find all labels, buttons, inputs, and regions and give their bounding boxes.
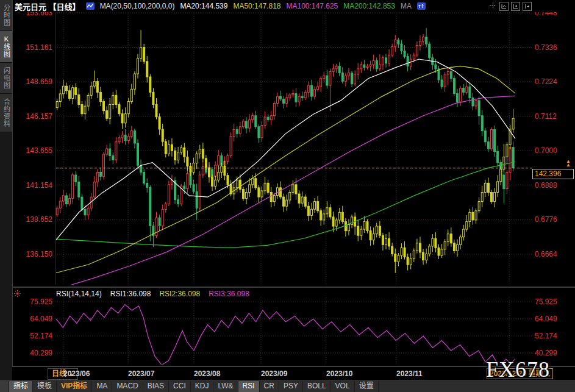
ma100-value: MA100:147.625 bbox=[287, 2, 338, 10]
right-axis-label: 0.6664 bbox=[535, 250, 557, 258]
sidebar-tab-lightning-chart[interactable]: 闪电图 bbox=[0, 63, 12, 94]
panel-divider[interactable] bbox=[12, 287, 575, 288]
pane-shift-icon[interactable] bbox=[523, 2, 532, 11]
rsi-right-label: 40.299 bbox=[535, 349, 557, 357]
sidebar-tab-label: K线图 bbox=[2, 35, 10, 58]
left-axis-label: 146.157 bbox=[15, 112, 52, 121]
sidebar-tab-label: 合约资料 bbox=[2, 98, 10, 127]
trading-app-window: 美元日元 【日线】 MA(20,50,100,200,0,0) MA20:144… bbox=[0, 0, 575, 392]
right-axis-label: 0.6776 bbox=[535, 215, 557, 224]
move-crosshair-icon[interactable] bbox=[489, 2, 497, 10]
rsi-left-label: 52.174 bbox=[15, 332, 52, 340]
right-axis-label: 0.6888 bbox=[535, 181, 557, 190]
left-axis-label: 141.154 bbox=[15, 181, 52, 190]
rsi-right-label: 52.174 bbox=[535, 332, 557, 340]
rsi-right-label: 75.925 bbox=[535, 298, 557, 306]
date-tick: 2023/10 bbox=[326, 369, 352, 378]
rsi-left-label: 40.299 bbox=[15, 349, 52, 357]
toolbar-item-macd[interactable]: MACD bbox=[112, 381, 143, 392]
price-chart-canvas[interactable] bbox=[0, 0, 575, 392]
date-tick: 2023/06 bbox=[63, 369, 90, 378]
fx678-watermark: FX678 bbox=[486, 358, 550, 380]
rsi1-value: RSI1:36.098 bbox=[110, 290, 151, 298]
toolbar-item-indicators[interactable]: 指标 bbox=[9, 381, 33, 392]
rsi-header: RSI(14,14,14) RSI1:36.098 RSI2:36.098 RS… bbox=[56, 290, 249, 298]
toolbar-item-rsi[interactable]: RSI bbox=[238, 381, 260, 392]
left-axis-label: 143.655 bbox=[15, 146, 52, 155]
ma50-value: MA50:147.818 bbox=[233, 2, 280, 10]
toolbar-item-vol[interactable]: VOL bbox=[331, 381, 355, 392]
left-axis-label: 136.150 bbox=[15, 250, 52, 258]
toolbar-item-bias[interactable]: BIAS bbox=[143, 381, 169, 392]
sidebar-tab-contract-info[interactable]: 合约资料 bbox=[0, 94, 12, 132]
ma200-value: MA200:142.853 bbox=[343, 2, 395, 10]
toolbar-item-vip[interactable]: VIP指标 bbox=[57, 381, 92, 392]
toolbar-grip[interactable] bbox=[0, 381, 9, 392]
axis-scale-up-icon[interactable] bbox=[499, 2, 509, 11]
rsi-formula: RSI(14,14,14) bbox=[56, 290, 102, 298]
toolbar-item-cr[interactable]: CR bbox=[260, 381, 279, 392]
right-axis-label: 0.7000 bbox=[535, 146, 557, 155]
toolbar-item-settings[interactable]: 设置 bbox=[355, 381, 379, 392]
rsi-left-label: 64.049 bbox=[15, 315, 52, 323]
rsi-left-label: 75.925 bbox=[15, 298, 52, 306]
right-axis-label: 0.7224 bbox=[535, 77, 557, 86]
rsi3-value: RSI3:36.098 bbox=[209, 290, 249, 298]
ma-settings-icon[interactable] bbox=[417, 2, 426, 10]
ma20-value: MA20:144.539 bbox=[180, 2, 227, 10]
rsi2-value: RSI2:36.098 bbox=[159, 290, 200, 298]
date-tick: 2023/09 bbox=[261, 369, 287, 378]
toolbar-item-kdj[interactable]: KDJ bbox=[191, 381, 214, 392]
date-tick: 2023/08 bbox=[194, 369, 220, 378]
toolbar-item-ma[interactable]: MA bbox=[92, 381, 112, 392]
instrument-title: 美元日元 【日线】 bbox=[15, 1, 80, 12]
toolbar-item-templates[interactable]: 模板 bbox=[33, 381, 57, 392]
toolbar-item-cci[interactable]: CCI bbox=[169, 381, 191, 392]
left-axis-label: 138.652 bbox=[15, 215, 52, 224]
ma-formula: MA(20,50,100,200,0,0) bbox=[100, 2, 175, 10]
left-axis-label: 148.659 bbox=[15, 77, 52, 86]
right-axis-label: 0.7112 bbox=[535, 112, 557, 121]
sidebar-tab-label: 分时图 bbox=[2, 4, 10, 26]
toolbar-item-lw[interactable]: LW& bbox=[213, 381, 238, 392]
sidebar: 分时图 K线图 闪电图 合约资料 bbox=[0, 0, 13, 381]
date-tick: 2023/11 bbox=[396, 369, 423, 378]
axis-scale-right-icon[interactable] bbox=[511, 2, 520, 11]
date-tick: 2023/07 bbox=[128, 369, 154, 378]
price-marker-icon: ▲▲ bbox=[566, 160, 571, 167]
current-price-badge: 142.396 bbox=[532, 169, 574, 179]
right-axis-label: 0.7336 bbox=[535, 43, 557, 52]
sidebar-tab-time-chart[interactable]: 分时图 bbox=[0, 0, 12, 31]
indicator-toolbar: 指标 模板 VIP指标 MA MACD BIAS CCI KDJ LW& RSI… bbox=[0, 380, 575, 392]
overlay-chart-icon[interactable] bbox=[86, 2, 95, 10]
sidebar-tab-label: 闪电图 bbox=[2, 67, 10, 89]
rsi-right-label: 64.049 bbox=[535, 315, 557, 323]
left-axis-label: 151.161 bbox=[15, 43, 52, 52]
ma-suffix-label: MA bbox=[401, 2, 412, 10]
chart-tool-icons bbox=[489, 2, 532, 11]
sidebar-tab-kline-chart[interactable]: K线图 bbox=[0, 31, 12, 63]
toolbar-item-boll[interactable]: BOLL bbox=[303, 381, 331, 392]
toolbar-item-psy[interactable]: PSY bbox=[279, 381, 303, 392]
